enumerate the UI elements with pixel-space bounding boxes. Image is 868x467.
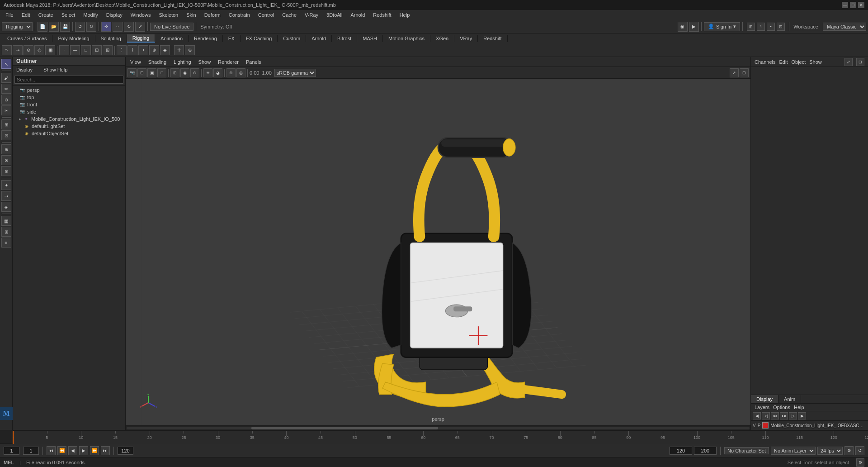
tab-fx[interactable]: FX bbox=[223, 35, 241, 42]
layer-prev-btn[interactable]: ◀ bbox=[753, 412, 761, 419]
layer-box-tool[interactable]: ▦ bbox=[1, 216, 11, 226]
menu-3dtoall[interactable]: 3DtoAll bbox=[323, 11, 346, 19]
plus2-btn[interactable]: ⊕ bbox=[185, 45, 195, 55]
vp-menu-shading[interactable]: Shading bbox=[146, 58, 169, 66]
menu-file[interactable]: File bbox=[2, 11, 17, 19]
layer-last-btn[interactable]: ⏭ bbox=[780, 412, 788, 419]
rp-expand-btn[interactable]: ⤢ bbox=[844, 58, 853, 66]
vp-ortho-btn[interactable]: □ bbox=[157, 68, 166, 77]
tab-xgen[interactable]: XGen bbox=[430, 35, 454, 42]
go-end-btn[interactable]: ⏭ bbox=[101, 446, 110, 455]
anim-pref-btn[interactable]: ⚙ bbox=[844, 446, 854, 455]
vp-light-btn[interactable]: ☀ bbox=[203, 68, 212, 77]
outliner-help-menu[interactable]: Show Help bbox=[42, 67, 69, 73]
tab-poly-modeling[interactable]: Poly Modeling bbox=[52, 35, 95, 42]
out-end-input[interactable] bbox=[694, 447, 717, 455]
edit-tab[interactable]: Edit bbox=[779, 59, 788, 65]
snap-pts2-btn[interactable]: • bbox=[138, 45, 148, 55]
outliner-item-model[interactable]: ▸ ✦ Mobile_Construction_Light_IEK_IO_500 bbox=[17, 115, 125, 123]
layer-grid-tool[interactable]: ⊞ bbox=[1, 227, 11, 237]
constraint-tool[interactable]: ⊛ bbox=[1, 166, 11, 176]
rotate-tool-btn[interactable]: ↻ bbox=[124, 22, 134, 32]
joint-tool[interactable]: ✦ bbox=[1, 180, 11, 190]
channels-tab[interactable]: Channels bbox=[755, 59, 775, 65]
menu-redshift[interactable]: Redshift bbox=[369, 11, 395, 19]
layer-list-tool[interactable]: ≡ bbox=[1, 238, 11, 248]
cut-tool[interactable]: ✂ bbox=[1, 105, 11, 115]
tab-vray[interactable]: VRay bbox=[454, 35, 478, 42]
vp-menu-panels[interactable]: Panels bbox=[243, 58, 264, 66]
gamma-selector[interactable]: sRGB gamma bbox=[274, 69, 316, 77]
select-tool[interactable]: ↖ bbox=[1, 59, 11, 69]
menu-cache[interactable]: Cache bbox=[278, 11, 300, 19]
tab-mash[interactable]: MASH bbox=[357, 35, 383, 42]
outliner-search-input[interactable] bbox=[14, 76, 123, 84]
scale-tool-btn[interactable]: ⤢ bbox=[135, 22, 145, 32]
tab-motion-graphics[interactable]: Motion Graphics bbox=[383, 35, 430, 42]
paint-sel-btn[interactable]: ⊙ bbox=[24, 45, 33, 55]
menu-vray[interactable]: V-Ray bbox=[301, 11, 322, 19]
vp-menu-view[interactable]: View bbox=[127, 58, 144, 66]
sign-in-button[interactable]: 👤 Sign In ▾ bbox=[704, 22, 740, 31]
select-mode-btn[interactable]: ↖ bbox=[2, 45, 12, 55]
vp-menu-show[interactable]: Show bbox=[196, 58, 214, 66]
outliner-item-objectset[interactable]: ◉ defaultObjectSet bbox=[22, 130, 125, 137]
multisub-btn[interactable]: ⊞ bbox=[103, 45, 113, 55]
snap-curve-btn[interactable]: ⌇ bbox=[757, 23, 765, 31]
layers-label[interactable]: Layers bbox=[755, 405, 769, 410]
tab-rendering[interactable]: Rendering bbox=[189, 35, 223, 42]
tab-sculpting[interactable]: Sculpting bbox=[95, 35, 127, 42]
outliner-item-persp[interactable]: 📷 persp bbox=[17, 86, 125, 94]
viewport-canvas[interactable]: x y z persp bbox=[126, 79, 750, 425]
brush-tool[interactable]: ✏ bbox=[1, 84, 11, 94]
anim-tab[interactable]: Anim bbox=[778, 395, 801, 403]
open-scene-btn[interactable]: 📂 bbox=[49, 22, 59, 32]
lasso-btn[interactable]: ⊸ bbox=[13, 45, 23, 55]
vp-wire-btn[interactable]: ⊞ bbox=[170, 68, 179, 77]
layer-prev2-btn[interactable]: ◁ bbox=[762, 412, 770, 419]
render-settings-btn[interactable]: ◉ bbox=[678, 22, 688, 32]
layer-first-btn[interactable]: ⏮ bbox=[771, 412, 779, 419]
current-frame-input[interactable] bbox=[4, 447, 19, 455]
play-fwd-btn[interactable]: ▶ bbox=[79, 446, 88, 455]
vp-smooth-btn[interactable]: ◉ bbox=[180, 68, 189, 77]
menu-control[interactable]: Control bbox=[255, 11, 278, 19]
tab-curves-surfaces[interactable]: Curves / Surfaces bbox=[2, 35, 52, 42]
fps-selector[interactable]: 24 fps bbox=[817, 447, 843, 455]
layer-next2-btn[interactable]: ▶ bbox=[798, 412, 806, 419]
menu-create[interactable]: Create bbox=[35, 11, 57, 19]
menu-deform[interactable]: Deform bbox=[201, 11, 224, 19]
outliner-item-front[interactable]: 📷 front bbox=[17, 101, 125, 108]
redo-btn[interactable]: ↻ bbox=[86, 22, 96, 32]
tab-fx-caching[interactable]: FX Caching bbox=[241, 35, 278, 42]
anim-tool[interactable]: ⊕ bbox=[1, 144, 11, 154]
range-end-input[interactable] bbox=[118, 447, 133, 455]
scroll-track-h[interactable] bbox=[127, 427, 750, 429]
vp-restore-btn[interactable]: ⊡ bbox=[740, 68, 749, 77]
menu-skeleton[interactable]: Skeleton bbox=[155, 11, 182, 19]
menu-modify[interactable]: Modify bbox=[80, 11, 101, 19]
tab-rigging[interactable]: Rigging bbox=[127, 34, 155, 43]
menu-select[interactable]: Select bbox=[58, 11, 79, 19]
options-label[interactable]: Options bbox=[773, 405, 790, 410]
menu-arnold[interactable]: Arnold bbox=[347, 11, 368, 19]
step-fwd-btn[interactable]: ⏩ bbox=[90, 446, 99, 455]
snap-grid-btn[interactable]: ⊞ bbox=[747, 23, 755, 31]
snap-grid2-btn[interactable]: ⋮ bbox=[117, 45, 127, 55]
snap-view2-btn[interactable]: ⊕ bbox=[149, 45, 159, 55]
tab-animation[interactable]: Animation bbox=[155, 35, 189, 42]
tab-arnold[interactable]: Arnold bbox=[306, 35, 332, 42]
select-tool-btn[interactable]: ✛ bbox=[101, 22, 111, 32]
no-anim-layer-sel[interactable]: No Anim Layer bbox=[771, 447, 816, 455]
snap-surface-btn[interactable]: ⊡ bbox=[777, 23, 785, 31]
outliner-item-top[interactable]: 📷 top bbox=[17, 94, 125, 101]
show-grid-tool[interactable]: ⊞ bbox=[1, 119, 11, 129]
outliner-item-side[interactable]: 📷 side bbox=[17, 108, 125, 115]
ik-tool[interactable]: ⇢ bbox=[1, 191, 11, 201]
outliner-item-lightset[interactable]: ◉ defaultLightSet bbox=[22, 123, 125, 130]
menu-skin[interactable]: Skin bbox=[183, 11, 199, 19]
outliner-display-menu[interactable]: Display bbox=[14, 67, 34, 73]
obj-mode-btn[interactable]: ▣ bbox=[45, 45, 55, 55]
display-tab[interactable]: Display bbox=[751, 395, 778, 403]
vp-persp-btn[interactable]: ▣ bbox=[147, 68, 156, 77]
